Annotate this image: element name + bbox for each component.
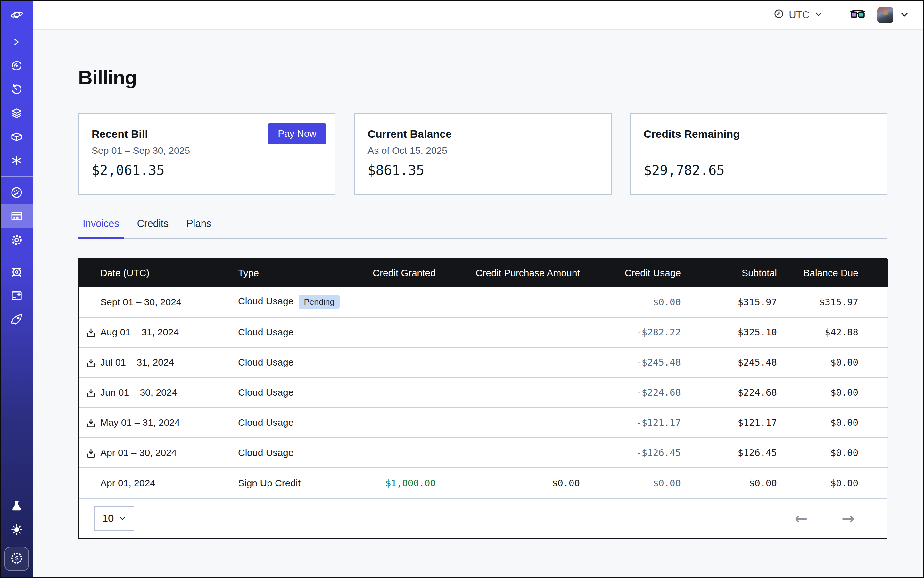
credit-granted-cell: $1,000.00 (345, 468, 436, 498)
download-button[interactable] (86, 357, 100, 368)
download-button[interactable] (86, 417, 100, 429)
sidebar-item-billing[interactable] (1, 205, 32, 228)
invoice-type: Cloud Usage (238, 387, 294, 398)
rocket-icon (10, 313, 23, 326)
download-button[interactable] (86, 447, 100, 458)
gauge-icon (10, 186, 23, 199)
demo-mode-button[interactable] (850, 9, 865, 21)
table-row: Jun 01 – 30, 2024Cloud Usage-$224.68$224… (79, 377, 888, 408)
page-size-select[interactable]: 10 (94, 506, 134, 531)
main-content: Billing Recent Bill Sep 01 – Sep 30, 202… (32, 30, 923, 577)
sidebar-item-labs[interactable] (10, 494, 23, 518)
pay-now-button[interactable]: Pay Now (268, 123, 326, 144)
invoice-type: Cloud Usage (238, 357, 294, 367)
previous-page-button[interactable]: ← (795, 511, 808, 526)
download-icon (86, 448, 96, 459)
chevron-down-icon (814, 9, 823, 21)
table-footer: 10 ← → (79, 498, 887, 538)
timezone-label: UTC (789, 9, 809, 21)
invoice-date-cell: Sept 01 – 30, 2024 (79, 287, 238, 317)
credit-usage-cell: -$126.45 (580, 438, 681, 468)
column-credit-purchase-amount: Credit Purchase Amount (436, 259, 580, 287)
timezone-selector[interactable]: UTC (773, 8, 823, 22)
sidebar-item-helm[interactable] (1, 260, 32, 284)
sidebar-item-timer[interactable] (1, 78, 32, 101)
table-row: Apr 01, 2024Sign Up Credit$1,000.00$0.00… (79, 468, 888, 498)
sidebar-item-launch[interactable] (1, 308, 32, 331)
card-amount: $861.35 (367, 162, 424, 178)
invoice-date: Aug 01 – 31, 2024 (100, 327, 179, 338)
credit-usage-cell: -$224.68 (580, 377, 681, 408)
table-header: Date (UTC) Type Credit Granted Credit Pu… (79, 259, 888, 287)
balance-due-cell: $0.00 (777, 438, 888, 468)
chevron-down-icon[interactable] (900, 10, 909, 21)
invoice-date-cell: May 01 – 31, 2024 (79, 408, 238, 438)
subtotal-cell: $245.48 (681, 347, 777, 377)
page-title: Billing (78, 66, 887, 89)
invoice-type-cell: Cloud Usage (238, 377, 345, 408)
billing-tabs: Invoices Credits Plans (78, 218, 887, 239)
credit-granted-cell (345, 438, 436, 468)
tab-plans[interactable]: Plans (182, 218, 216, 238)
sun-icon (10, 523, 23, 536)
credit-purchase-amount-cell (436, 347, 580, 377)
sidebar-item-asterisk[interactable] (1, 149, 32, 172)
gear-icon (10, 233, 23, 247)
layers-icon (10, 107, 23, 120)
clock-icon (773, 8, 784, 22)
sidebar-item-theme[interactable] (10, 518, 23, 541)
card-title: Recent Bill (92, 128, 148, 140)
balance-due-cell: $315.97 (777, 287, 888, 317)
topbar: UTC (32, 1, 923, 30)
credit-purchase-amount-cell: $0.00 (436, 468, 580, 498)
billing-screen: $ UTC (0, 0, 924, 578)
sidebar-item-cube[interactable] (1, 125, 32, 149)
table-row: Aug 01 – 31, 2024Cloud Usage-$282.22$325… (79, 317, 888, 347)
sidebar-item-galaxy[interactable] (1, 54, 32, 78)
summary-cards: Recent Bill Sep 01 – Sep 30, 2025 $2,061… (78, 113, 887, 195)
credit-usage-cell: -$121.17 (580, 408, 681, 438)
credits-button[interactable]: $ (5, 547, 29, 571)
recent-bill-card: Recent Bill Sep 01 – Sep 30, 2025 $2,061… (78, 113, 335, 195)
flask-icon (10, 500, 23, 512)
invoice-date: Apr 01, 2024 (100, 478, 155, 489)
invoice-type: Cloud Usage (238, 327, 294, 338)
invoice-table-body: Sept 01 – 30, 2024Cloud UsagePending$0.0… (79, 287, 888, 498)
invoice-date-cell: Jul 01 – 31, 2024 (79, 347, 238, 377)
book-plus-icon (10, 289, 23, 302)
tab-credits[interactable]: Credits (133, 218, 173, 238)
subtotal-cell: $315.97 (681, 287, 777, 317)
pager: ← → (795, 511, 854, 526)
credit-purchase-amount-cell (436, 438, 580, 468)
sidebar-item-console[interactable] (1, 30, 32, 54)
sidebar-item-layers[interactable] (1, 101, 32, 125)
column-credit-usage: Credit Usage (580, 259, 681, 287)
column-type: Type (238, 259, 345, 287)
cube-icon (10, 130, 23, 143)
sidebar-item-docs[interactable] (1, 284, 32, 308)
sidebar-item-settings[interactable] (1, 228, 32, 252)
subtotal-cell: $0.00 (681, 468, 777, 498)
download-button[interactable] (86, 387, 100, 398)
sidebar-item-usage[interactable] (1, 181, 32, 205)
svg-text:$: $ (15, 554, 19, 562)
card-amount: $29,782.65 (644, 162, 725, 178)
column-credit-granted: Credit Granted (345, 259, 436, 287)
download-button[interactable] (86, 326, 100, 338)
balance-due-cell: $0.00 (777, 408, 888, 438)
credit-usage-cell: $0.00 (580, 287, 681, 317)
avatar[interactable] (877, 7, 893, 23)
download-icon (86, 388, 96, 399)
sidebar-item-logo[interactable] (1, 1, 32, 30)
subtotal-cell: $121.17 (681, 408, 777, 438)
credit-granted-cell (345, 377, 436, 408)
chevron-down-icon (119, 512, 126, 524)
card-title: Current Balance (367, 128, 452, 140)
tab-invoices[interactable]: Invoices (78, 218, 123, 238)
galaxy-icon (10, 59, 23, 72)
next-page-button[interactable]: → (842, 511, 854, 526)
chevron-right-icon (11, 36, 23, 48)
invoice-date: Apr 01 – 30, 2024 (100, 448, 177, 458)
helm-icon (10, 265, 23, 279)
card-subtitle: Sep 01 – Sep 30, 2025 (92, 145, 190, 156)
